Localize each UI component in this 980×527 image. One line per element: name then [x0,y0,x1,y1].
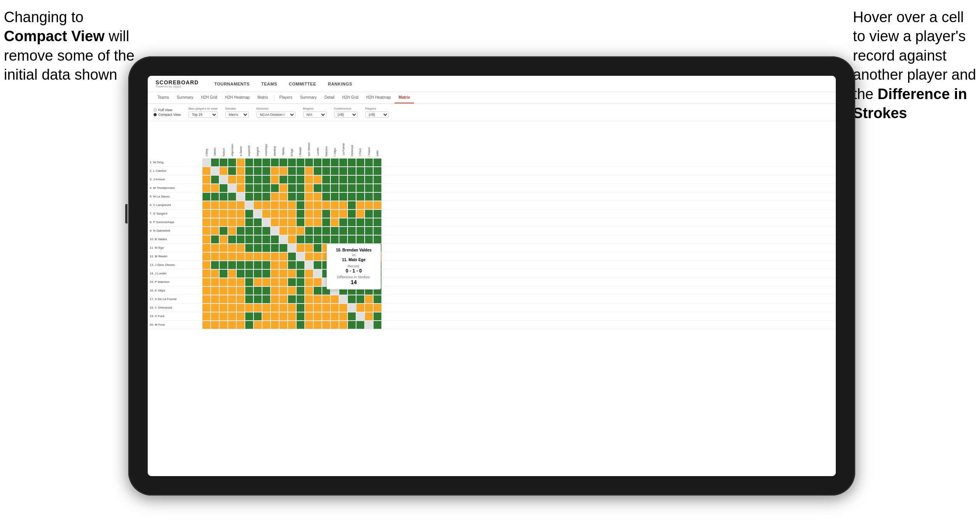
matrix-cell[interactable] [322,235,330,244]
matrix-cell[interactable] [236,158,245,167]
matrix-cell[interactable] [245,252,253,261]
matrix-cell[interactable] [279,227,288,235]
matrix-cell[interactable] [202,261,211,269]
matrix-cell[interactable] [228,235,236,244]
tab-teams[interactable]: Teams [154,92,173,103]
matrix-cell[interactable] [279,235,288,244]
matrix-cell[interactable] [271,158,279,167]
matrix-cell[interactable] [262,304,271,312]
matrix-cell[interactable] [356,192,365,201]
gender-select[interactable]: Men's [225,112,249,118]
matrix-cell[interactable] [202,218,211,227]
matrix-cell[interactable] [313,158,322,167]
matrix-cell[interactable] [288,304,296,312]
matrix-cell[interactable] [296,321,305,329]
matrix-cell[interactable] [296,312,305,321]
matrix-cell[interactable] [322,312,330,321]
matrix-cell[interactable] [211,244,219,252]
matrix-cell[interactable] [228,167,236,175]
matrix-cell[interactable] [253,252,262,261]
matrix-cell[interactable] [262,261,271,269]
matrix-cell[interactable] [305,235,313,244]
matrix-cell[interactable] [219,269,228,278]
matrix-cell[interactable] [365,312,373,321]
matrix-cell[interactable] [288,184,296,192]
matrix-cell[interactable] [253,304,262,312]
matrix-cell[interactable] [219,244,228,252]
tab-matrix-1[interactable]: Matrix [253,92,272,103]
matrix-cell[interactable] [339,158,348,167]
matrix-cell[interactable] [271,218,279,227]
matrix-cell[interactable] [373,209,382,218]
matrix-cell[interactable] [245,158,253,167]
matrix-cell[interactable] [236,304,245,312]
nav-committee[interactable]: COMMITTEE [289,82,316,86]
matrix-cell[interactable] [365,158,373,167]
matrix-cell[interactable] [271,184,279,192]
matrix-cell[interactable] [373,218,382,227]
matrix-cell[interactable] [305,227,313,235]
matrix-cell[interactable] [253,175,262,184]
matrix-cell[interactable] [279,167,288,175]
matrix-cell[interactable] [236,192,245,201]
matrix-cell[interactable] [219,278,228,286]
matrix-cell[interactable] [313,321,322,329]
matrix-cell[interactable] [211,321,219,329]
matrix-cell[interactable] [211,201,219,209]
matrix-cell[interactable] [339,312,348,321]
matrix-cell[interactable] [253,235,262,244]
matrix-cell[interactable] [305,295,313,304]
matrix-cell[interactable] [211,269,219,278]
matrix-cell[interactable] [202,244,211,252]
matrix-cell[interactable] [322,201,330,209]
matrix-cell[interactable] [271,252,279,261]
matrix-cell[interactable] [296,252,305,261]
matrix-cell[interactable] [219,158,228,167]
matrix-cell[interactable] [253,209,262,218]
matrix-cell[interactable] [271,321,279,329]
matrix-cell[interactable] [245,244,253,252]
matrix-cell[interactable] [373,295,382,304]
matrix-cell[interactable] [313,184,322,192]
matrix-cell[interactable] [305,286,313,295]
matrix-cell[interactable] [322,295,330,304]
tab-h2h-grid-2[interactable]: H2H Grid [338,92,362,103]
matrix-cell[interactable] [202,252,211,261]
matrix-cell[interactable] [296,244,305,252]
matrix-cell[interactable] [339,192,348,201]
matrix-cell[interactable] [279,286,288,295]
matrix-cell[interactable] [313,269,322,278]
matrix-cell[interactable] [356,235,365,244]
matrix-cell[interactable] [313,252,322,261]
matrix-cell[interactable] [288,227,296,235]
matrix-cell[interactable] [262,312,271,321]
matrix-cell[interactable] [365,218,373,227]
matrix-cell[interactable] [219,295,228,304]
matrix-cell[interactable] [305,244,313,252]
matrix-cell[interactable] [348,227,356,235]
matrix-cell[interactable] [279,158,288,167]
matrix-cell[interactable] [348,167,356,175]
matrix-cell[interactable] [313,218,322,227]
matrix-cell[interactable] [339,209,348,218]
matrix-cell[interactable] [356,295,365,304]
nav-tournaments[interactable]: TOURNAMENTS [214,82,250,86]
matrix-cell[interactable] [373,321,382,329]
matrix-cell[interactable] [339,295,348,304]
matrix-cell[interactable] [365,304,373,312]
matrix-cell[interactable] [305,278,313,286]
region-select[interactable]: N/A [303,112,327,118]
matrix-cell[interactable] [219,209,228,218]
matrix-cell[interactable] [322,167,330,175]
matrix-cell[interactable] [271,167,279,175]
radio-compact-view[interactable]: Compact View [154,113,181,117]
matrix-cell[interactable] [253,192,262,201]
matrix-cell[interactable] [313,192,322,201]
matrix-cell[interactable] [271,192,279,201]
matrix-cell[interactable] [271,201,279,209]
matrix-cell[interactable] [219,175,228,184]
matrix-cell[interactable] [236,201,245,209]
matrix-cell[interactable] [330,304,339,312]
matrix-cell[interactable] [313,167,322,175]
max-players-select[interactable]: Top 25 [189,112,218,118]
